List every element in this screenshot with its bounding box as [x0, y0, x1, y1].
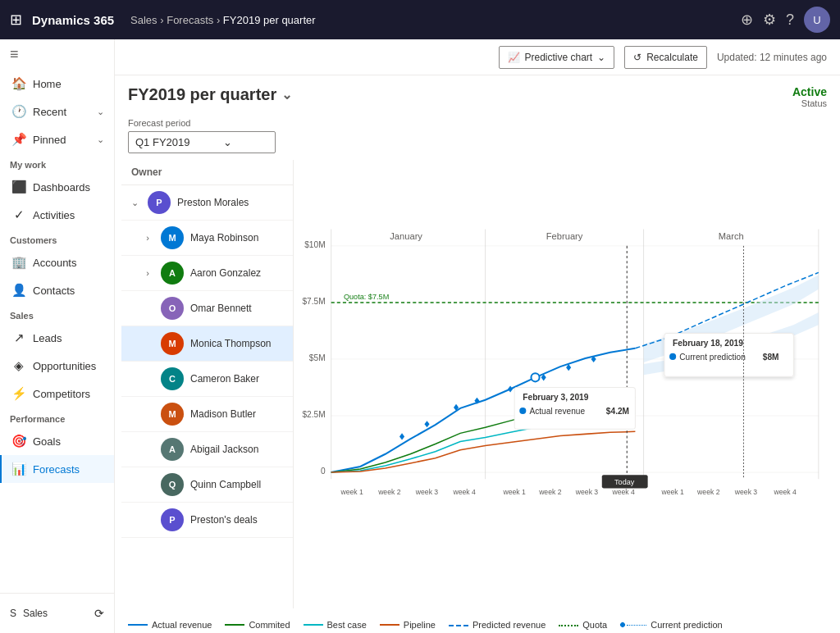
sidebar-activities-label: Activities [33, 209, 75, 221]
svg-text:week 1: week 1 [502, 488, 526, 496]
customers-section: Customers [0, 229, 114, 248]
owner-item-3[interactable]: OOmar Bennett [121, 291, 293, 326]
owner-expand-0[interactable]: ⌄ [128, 196, 141, 209]
breadcrumb-current: FY2019 per quarter [223, 14, 316, 26]
owners-header: Owner [121, 160, 293, 185]
recent-expand-icon: ⌄ [97, 107, 104, 117]
predictive-chart-chevron: ⌄ [597, 52, 605, 63]
chart-container: Owner ⌄PPreston Morales›MMaya Robinson›A… [115, 160, 840, 615]
svg-point-48 [669, 353, 676, 360]
sidebar-item-recent[interactable]: 🕐 Recent ⌄ [0, 98, 114, 125]
owner-name-9: Preston's deals [190, 514, 258, 526]
predictive-chart-button[interactable]: 📈 Predictive chart ⌄ [499, 46, 615, 69]
owner-item-5[interactable]: CCameron Baker [121, 362, 293, 397]
sidebar-item-forecasts[interactable]: 📊 Forecasts [0, 455, 114, 483]
owner-expand-6 [141, 408, 154, 421]
owner-name-0: Preston Morales [177, 197, 249, 208]
owner-avatar-9: P [161, 508, 184, 531]
predictive-chart-label: Predictive chart [525, 52, 593, 63]
owner-expand-4 [141, 337, 154, 350]
owner-item-8[interactable]: QQuinn Campbell [121, 467, 293, 503]
sidebar-bottom-sales[interactable]: S Sales ⟳ [7, 600, 107, 626]
svg-text:$5M: $5M [309, 353, 326, 362]
legend-current-line-container [620, 622, 646, 627]
sidebar-item-competitors[interactable]: ⚡ Competitors [0, 380, 114, 408]
owner-name-1: Maya Robinson [190, 232, 258, 244]
svg-text:March: March [719, 231, 744, 241]
waffle-icon[interactable]: ⊞ [10, 11, 22, 29]
owner-item-2[interactable]: ›AAaron Gonzalez [121, 256, 293, 291]
owners-container: ⌄PPreston Morales›MMaya Robinson›AAaron … [121, 185, 293, 538]
legend-best-case: Best case [304, 620, 367, 630]
sidebar-item-contacts[interactable]: 👤 Contacts [0, 276, 114, 304]
owner-avatar-4: M [161, 332, 184, 355]
breadcrumb-forecasts[interactable]: Forecasts [167, 14, 213, 26]
my-work-section: My work [0, 153, 114, 173]
forecast-period-select[interactable]: Q1 FY2019 ⌄ [128, 131, 276, 153]
breadcrumb: Sales › Forecasts › FY2019 per quarter [130, 14, 731, 26]
owner-item-9[interactable]: PPreston's deals [121, 503, 293, 538]
forecasts-icon: 📊 [11, 462, 26, 476]
sidebar-competitors-label: Competitors [33, 388, 90, 400]
user-avatar[interactable]: U [804, 7, 830, 33]
page-title-chevron[interactable]: ⌄ [281, 87, 292, 102]
page-header: FY2019 per quarter ⌄ Active Status [115, 75, 840, 115]
owner-item-1[interactable]: ›MMaya Robinson [121, 221, 293, 256]
breadcrumb-sep2: › [217, 14, 223, 26]
owner-expand-5 [141, 372, 154, 385]
sidebar-item-accounts[interactable]: 🏢 Accounts [0, 248, 114, 276]
forecast-period-value: Q1 FY2019 [135, 136, 190, 148]
owner-expand-8 [141, 478, 154, 491]
sidebar-item-home[interactable]: 🏠 Home [0, 70, 114, 98]
recalculate-button[interactable]: ↺ Recalculate [624, 46, 707, 69]
sidebar-opportunities-label: Opportunities [33, 360, 96, 372]
owner-item-0[interactable]: ⌄PPreston Morales [121, 185, 293, 221]
sidebar-item-leads[interactable]: ↗ Leads [0, 324, 114, 352]
svg-text:week 2: week 2 [377, 488, 401, 496]
owner-item-4[interactable]: MMonica Thompson [121, 326, 293, 362]
sidebar-home-label: Home [33, 78, 62, 90]
help-icon[interactable]: ? [786, 11, 794, 29]
sidebar-collapse-button[interactable]: ≡ [0, 39, 114, 70]
contacts-icon: 👤 [11, 283, 26, 298]
legend-predicted-label: Predicted revenue [472, 620, 546, 630]
breadcrumb-sales[interactable]: Sales [130, 14, 158, 26]
svg-text:Quota: $7.5M: Quota: $7.5M [344, 293, 389, 301]
accounts-icon: 🏢 [11, 255, 26, 270]
owner-expand-1[interactable]: › [141, 231, 154, 244]
owner-avatar-6: M [161, 403, 184, 426]
owner-avatar-2: A [161, 262, 184, 285]
legend-current-diamond [619, 622, 626, 628]
owner-name-6: Madison Butler [190, 408, 256, 420]
legend-quota-label: Quota [582, 620, 607, 630]
performance-section: Performance [0, 408, 114, 427]
sidebar-item-activities[interactable]: ✓ Activities [0, 201, 114, 229]
sidebar-item-pinned[interactable]: 📌 Pinned ⌄ [0, 125, 114, 153]
legend-predicted-revenue: Predicted revenue [449, 620, 546, 630]
content-area: 📈 Predictive chart ⌄ ↺ Recalculate Updat… [115, 39, 840, 633]
activities-icon: ✓ [11, 207, 26, 222]
owner-avatar-1: M [161, 226, 184, 249]
legend-bestcase-label: Best case [327, 620, 367, 630]
legend-pipeline-line [380, 624, 399, 626]
goals-icon: 🎯 [11, 434, 26, 449]
legend-committed-line [225, 624, 244, 626]
owner-item-7[interactable]: AAbigail Jackson [121, 432, 293, 467]
settings-icon[interactable]: ⚙ [763, 11, 776, 29]
chart-icon: 📈 [508, 52, 520, 63]
add-icon[interactable]: ⊕ [741, 11, 753, 29]
owner-expand-2[interactable]: › [141, 266, 154, 280]
bottom-sales-icon: S [10, 608, 16, 619]
legend-predicted-line [449, 625, 468, 626]
svg-text:week 1: week 1 [340, 488, 363, 496]
owner-item-6[interactable]: MMadison Butler [121, 397, 293, 432]
legend-quota-line [559, 625, 578, 626]
sidebar-item-dashboards[interactable]: ⬛ Dashboards [0, 173, 114, 201]
sidebar-item-goals[interactable]: 🎯 Goals [0, 427, 114, 455]
svg-text:week 2: week 2 [696, 488, 720, 496]
owner-expand-9 [141, 513, 154, 526]
sidebar-item-opportunities[interactable]: ◈ Opportunities [0, 352, 114, 380]
owner-name-4: Monica Thompson [190, 338, 272, 349]
svg-text:0: 0 [321, 467, 326, 476]
bottom-expand-icon: ⟳ [94, 607, 104, 620]
